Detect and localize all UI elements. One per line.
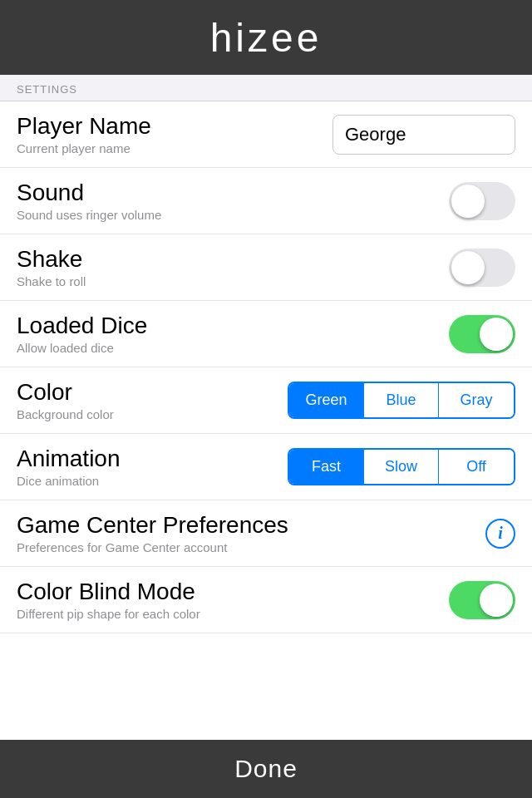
color-segmented: GreenBlueGray <box>288 382 515 419</box>
setting-text-animation: AnimationDice animation <box>17 446 288 488</box>
shake-toggle-thumb <box>451 251 485 284</box>
setting-label-loaded-dice: Loaded Dice <box>17 313 449 339</box>
setting-label-game-center: Game Center Preferences <box>17 512 485 539</box>
game-center-info-icon[interactable]: i <box>485 519 515 549</box>
setting-label-animation: Animation <box>17 446 288 472</box>
setting-sublabel-loaded-dice: Allow loaded dice <box>17 341 449 355</box>
setting-label-sound: Sound <box>17 180 449 206</box>
setting-sublabel-color-blind: Different pip shape for each color <box>17 607 449 621</box>
settings-list: Player NameCurrent player nameSoundSound… <box>0 101 532 740</box>
setting-sublabel-player-name: Current player name <box>17 141 332 155</box>
app-footer: Done <box>0 740 532 798</box>
sound-toggle[interactable] <box>449 182 515 220</box>
player-name-input[interactable] <box>332 115 515 155</box>
setting-row-game-center: Game Center PreferencesPreferences for G… <box>0 500 532 567</box>
setting-row-color: ColorBackground colorGreenBlueGray <box>0 367 532 434</box>
section-label: SETTINGS <box>0 75 532 101</box>
setting-text-loaded-dice: Loaded DiceAllow loaded dice <box>17 313 449 355</box>
setting-label-color-blind: Color Blind Mode <box>17 579 449 605</box>
sound-toggle-thumb <box>451 185 485 218</box>
setting-row-loaded-dice: Loaded DiceAllow loaded dice <box>0 301 532 367</box>
shake-toggle[interactable] <box>449 249 515 287</box>
setting-label-shake: Shake <box>17 246 449 273</box>
animation-seg-fast[interactable]: Fast <box>289 450 364 484</box>
color-blind-toggle-thumb <box>480 584 513 617</box>
animation-segmented: FastSlowOff <box>288 448 515 485</box>
setting-sublabel-shake: Shake to roll <box>17 274 449 288</box>
setting-text-game-center: Game Center PreferencesPreferences for G… <box>17 512 485 554</box>
color-seg-green[interactable]: Green <box>289 383 364 417</box>
loaded-dice-toggle-thumb <box>480 318 513 351</box>
setting-row-color-blind: Color Blind ModeDifferent pip shape for … <box>0 567 532 633</box>
setting-sublabel-sound: Sound uses ringer volume <box>17 208 449 222</box>
setting-text-color-blind: Color Blind ModeDifferent pip shape for … <box>17 579 449 621</box>
animation-seg-slow[interactable]: Slow <box>364 450 439 484</box>
sound-toggle-track[interactable] <box>449 182 515 220</box>
color-seg-gray[interactable]: Gray <box>439 383 514 417</box>
loaded-dice-toggle-track[interactable] <box>449 315 515 353</box>
setting-sublabel-animation: Dice animation <box>17 474 288 488</box>
setting-row-shake: ShakeShake to roll <box>0 234 532 301</box>
color-blind-toggle[interactable] <box>449 581 515 619</box>
setting-label-color: Color <box>17 379 288 406</box>
setting-text-shake: ShakeShake to roll <box>17 246 449 288</box>
setting-text-player-name: Player NameCurrent player name <box>17 113 332 155</box>
setting-text-color: ColorBackground color <box>17 379 288 421</box>
color-seg-blue[interactable]: Blue <box>364 383 439 417</box>
setting-row-sound: SoundSound uses ringer volume <box>0 168 532 234</box>
setting-label-player-name: Player Name <box>17 113 332 140</box>
setting-row-player-name: Player NameCurrent player name <box>0 101 532 168</box>
animation-seg-off[interactable]: Off <box>439 450 514 484</box>
color-blind-toggle-track[interactable] <box>449 581 515 619</box>
shake-toggle-track[interactable] <box>449 249 515 287</box>
setting-row-animation: AnimationDice animationFastSlowOff <box>0 434 532 500</box>
setting-sublabel-game-center: Preferences for Game Center account <box>17 540 485 554</box>
app-header: hizee <box>0 0 532 75</box>
loaded-dice-toggle[interactable] <box>449 315 515 353</box>
setting-text-sound: SoundSound uses ringer volume <box>17 180 449 222</box>
done-button[interactable]: Done <box>234 755 298 783</box>
setting-sublabel-color: Background color <box>17 407 288 421</box>
app-title: hizee <box>210 15 323 61</box>
